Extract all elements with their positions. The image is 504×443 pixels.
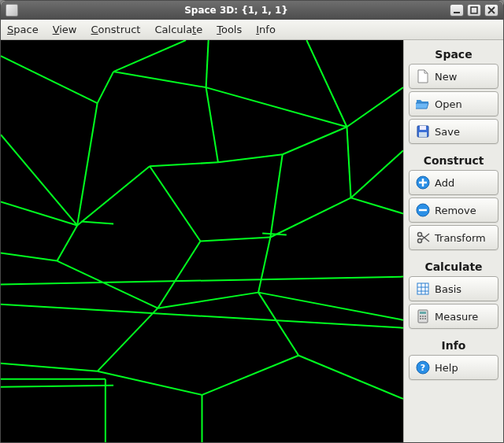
menu-tools[interactable]: Tools — [217, 24, 242, 35]
svg-line-11 — [150, 166, 200, 241]
svg-line-33 — [158, 293, 258, 308]
svg-line-43 — [81, 221, 113, 223]
svg-line-4 — [113, 40, 186, 72]
svg-line-25 — [158, 242, 200, 308]
svg-rect-53 — [417, 283, 428, 294]
svg-line-23 — [1, 253, 57, 261]
grid-icon — [416, 282, 430, 296]
svg-line-15 — [283, 127, 347, 154]
svg-line-9 — [150, 162, 218, 166]
svg-line-5 — [77, 103, 98, 225]
maximize-button[interactable] — [467, 4, 481, 17]
svg-line-35 — [258, 293, 403, 320]
open-label: Open — [435, 98, 491, 110]
svg-line-34 — [258, 237, 270, 292]
new-button[interactable]: New — [409, 64, 498, 89]
scissors-icon — [416, 231, 430, 245]
svg-line-32 — [258, 293, 298, 356]
menu-construct[interactable]: Construct — [91, 24, 141, 35]
window-title: Space 3D: {1, 1, 1} — [184, 5, 288, 16]
svg-line-7 — [206, 40, 209, 87]
plus-circle-icon — [416, 175, 430, 190]
svg-line-31 — [298, 356, 403, 399]
svg-line-22 — [57, 225, 78, 260]
svg-line-37 — [1, 277, 403, 285]
svg-line-24 — [57, 261, 158, 308]
svg-rect-59 — [420, 318, 421, 319]
app-window: Space 3D: {1, 1, 1} Space View Construct… — [0, 0, 504, 443]
measure-label: Measure — [435, 311, 491, 323]
svg-line-3 — [98, 72, 113, 103]
svg-line-40 — [1, 135, 77, 225]
help-button[interactable]: ? Help — [409, 355, 498, 380]
transform-button[interactable]: Transform — [409, 225, 498, 250]
new-label: New — [435, 71, 491, 83]
calculator-icon — [416, 309, 430, 323]
app-icon — [6, 4, 18, 17]
folder-open-icon — [416, 97, 430, 111]
svg-line-45 — [1, 386, 113, 387]
titlebar[interactable]: Space 3D: {1, 1, 1} — [1, 1, 503, 20]
svg-rect-47 — [420, 126, 426, 130]
file-icon — [416, 69, 430, 83]
svg-line-12 — [200, 237, 270, 241]
svg-rect-56 — [420, 316, 421, 317]
svg-text:?: ? — [421, 363, 425, 373]
add-button[interactable]: Add — [409, 170, 498, 195]
remove-button[interactable]: Remove — [409, 198, 498, 223]
svg-line-14 — [218, 154, 283, 162]
content-area: Space New Open Save Construct Add Remo — [1, 40, 503, 442]
transform-label: Transform — [435, 232, 491, 244]
svg-line-13 — [270, 154, 282, 237]
basis-button[interactable]: Basis — [409, 276, 498, 301]
minimize-icon — [453, 6, 461, 14]
remove-label: Remove — [435, 205, 491, 216]
save-label: Save — [435, 126, 491, 138]
svg-rect-58 — [424, 316, 426, 317]
svg-line-20 — [206, 87, 347, 127]
close-icon — [487, 6, 495, 14]
svg-line-28 — [98, 371, 202, 395]
svg-line-27 — [1, 364, 98, 371]
side-heading-space: Space — [407, 48, 500, 61]
basis-label: Basis — [435, 283, 491, 295]
svg-rect-0 — [454, 12, 460, 13]
svg-rect-55 — [420, 312, 426, 314]
svg-line-16 — [346, 87, 403, 127]
maximize-icon — [470, 6, 478, 14]
svg-rect-57 — [422, 316, 424, 317]
wireframe-render — [1, 40, 403, 442]
measure-button[interactable]: Measure — [409, 304, 498, 329]
svg-line-21 — [1, 201, 77, 225]
help-circle-icon: ? — [416, 360, 430, 375]
svg-line-2 — [1, 56, 98, 103]
close-button[interactable] — [484, 4, 498, 17]
svg-line-17 — [346, 127, 350, 198]
help-label: Help — [435, 362, 491, 374]
svg-line-30 — [202, 356, 299, 395]
svg-rect-61 — [424, 318, 426, 319]
svg-line-8 — [206, 87, 218, 162]
svg-rect-60 — [422, 318, 424, 319]
save-button[interactable]: Save — [409, 119, 498, 144]
side-heading-construct: Construct — [407, 154, 500, 167]
svg-line-44 — [262, 233, 287, 234]
svg-line-42 — [351, 150, 403, 198]
window-controls — [450, 4, 498, 17]
svg-line-6 — [113, 72, 206, 87]
minimize-button[interactable] — [450, 4, 464, 17]
floppy-icon — [416, 124, 430, 138]
svg-line-10 — [77, 166, 150, 225]
3d-viewport[interactable] — [1, 40, 404, 442]
side-heading-info: Info — [407, 339, 500, 352]
menubar: Space View Construct Calculate Tools Inf… — [1, 20, 503, 40]
svg-rect-48 — [419, 132, 427, 137]
menu-view[interactable]: View — [53, 24, 77, 35]
open-button[interactable]: Open — [409, 91, 498, 116]
side-heading-calculate: Calculate — [407, 260, 500, 273]
svg-rect-1 — [471, 7, 477, 13]
menu-space[interactable]: Space — [7, 24, 39, 35]
menu-calculate[interactable]: Calculate — [154, 24, 202, 35]
svg-line-41 — [306, 40, 346, 127]
menu-info[interactable]: Info — [256, 24, 276, 35]
